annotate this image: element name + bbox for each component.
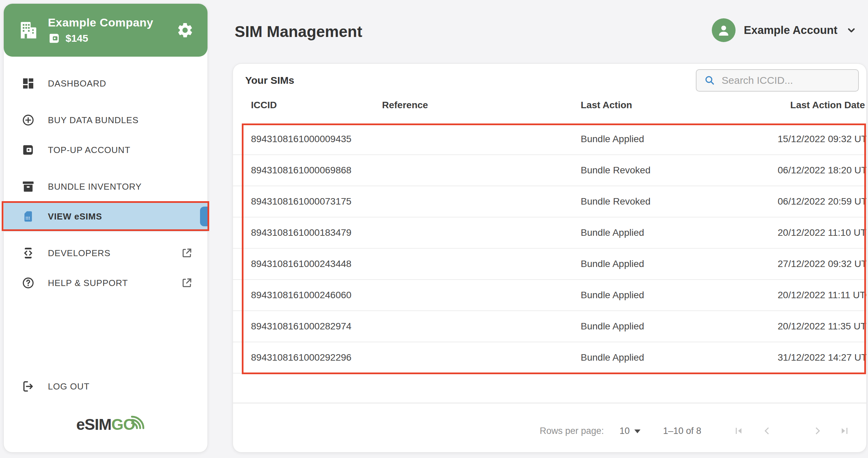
cell-last-action-date: 06/12/2022 18:20 UTC: [778, 165, 867, 176]
rows-per-page-label: Rows per page:: [540, 426, 604, 436]
cell-last-action-date: 20/12/2022 11:11 UTC: [778, 290, 867, 301]
cell-iccid: 8943108161000292296: [251, 352, 382, 363]
sidebar-item-buy-data-bundles[interactable]: BUY DATA BUNDLES: [4, 105, 207, 135]
table-row[interactable]: 8943108161000069868 Bundle Revoked 06/12…: [233, 155, 866, 186]
logo-text-esim: eSIM: [76, 416, 111, 433]
cell-last-action-date: 20/12/2022 11:10 UTC: [778, 227, 867, 238]
sidebar-item-label: DEVELOPERS: [48, 248, 110, 259]
external-link-icon: [180, 247, 193, 260]
cell-last-action: Bundle Applied: [581, 259, 778, 269]
sidebar-item-label: HELP & SUPPORT: [48, 278, 128, 288]
rows-per-page-select[interactable]: 10: [619, 426, 640, 436]
next-page-button[interactable]: [811, 425, 824, 437]
external-link-icon: [180, 276, 193, 289]
cell-iccid: 8943108161000073175: [251, 196, 382, 207]
pagination-range: 1–10 of 8: [663, 426, 701, 436]
cell-last-action-date: 15/12/2022 09:32 UTC: [778, 134, 867, 145]
last-page-button[interactable]: [838, 425, 851, 437]
cell-last-action: Bundle Revoked: [581, 165, 778, 176]
search-input[interactable]: [722, 75, 853, 86]
sims-card: Your SIMs ICCID Reference Last Action La…: [233, 63, 867, 453]
sidebar-item-label: LOG OUT: [48, 381, 90, 392]
sidebar-item-label: BUNDLE INVENTORY: [48, 182, 142, 192]
logo-signal-arcs-icon: [130, 408, 146, 430]
cell-last-action-date: 31/12/2022 14:27 UTC: [778, 352, 867, 363]
chevron-down-icon: [846, 24, 857, 36]
cell-last-action: Bundle Applied: [581, 134, 778, 145]
account-balance: $145: [66, 33, 88, 44]
prev-page-button[interactable]: [761, 425, 773, 437]
avatar: [712, 18, 736, 42]
column-header-iccid: ICCID: [251, 100, 382, 111]
sim-card-icon: [21, 210, 35, 223]
logout-icon: [21, 380, 35, 393]
sidebar-item-view-esims[interactable]: VIEW eSIMS: [4, 202, 207, 231]
sidebar-item-label: BUY DATA BUNDLES: [48, 115, 139, 126]
cell-last-action: Bundle Applied: [581, 352, 778, 363]
sidebar-item-label: DASHBOARD: [48, 78, 106, 89]
table-row[interactable]: 8943108161000282974 Bundle Applied 20/12…: [233, 311, 866, 342]
table-body: 8943108161000009435 Bundle Applied 15/12…: [233, 124, 866, 374]
table-row[interactable]: 8943108161000073175 Bundle Revoked 06/12…: [233, 186, 866, 217]
card-header: Your SIMs: [233, 64, 866, 93]
table-row[interactable]: 8943108161000009435 Bundle Applied 15/12…: [233, 124, 866, 155]
sidebar: Example Company $145: [3, 3, 208, 453]
caret-down-icon: [634, 430, 640, 433]
plus-circle-icon: [21, 113, 35, 127]
cell-last-action: Bundle Applied: [581, 321, 778, 332]
sidebar-item-dashboard[interactable]: DASHBOARD: [4, 69, 207, 98]
cell-last-action-date: 06/12/2022 20:59 UTC: [778, 196, 867, 207]
table-row[interactable]: 8943108161000183479 Bundle Applied 20/12…: [233, 217, 866, 249]
inventory-box-icon: [21, 180, 35, 193]
pagination: Rows per page: 10 1–10 of 8: [233, 403, 866, 451]
cell-last-action-date: 20/12/2022 11:35 UTC: [778, 321, 867, 332]
sidebar-item-developers[interactable]: DEVELOPERS: [4, 238, 207, 268]
sidebar-spacer: [4, 298, 207, 371]
table-row[interactable]: 8943108161000292296 Bundle Applied 31/12…: [233, 342, 866, 374]
column-header-last-action: Last Action: [581, 100, 778, 111]
sidebar-item-top-up-account[interactable]: TOP-UP ACCOUNT: [4, 135, 207, 165]
card-icon: [21, 143, 35, 157]
logo-row: eSIMGO: [4, 401, 207, 452]
cell-iccid: 8943108161000069868: [251, 165, 382, 176]
cell-iccid: 8943108161000282974: [251, 321, 382, 332]
page-title: SIM Management: [235, 22, 362, 41]
column-header-reference: Reference: [382, 100, 581, 111]
sidebar-item-logout[interactable]: LOG OUT: [4, 371, 207, 401]
active-item-indicator: [200, 207, 207, 226]
table-header: ICCID Reference Last Action Last Action …: [233, 95, 866, 115]
table-row[interactable]: 8943108161000243448 Bundle Applied 27/12…: [233, 249, 866, 280]
account-menu[interactable]: Example Account: [712, 18, 857, 42]
sidebar-item-bundle-inventory[interactable]: BUNDLE INVENTORY: [4, 172, 207, 202]
cell-iccid: 8943108161000183479: [251, 227, 382, 238]
search-box[interactable]: [696, 69, 859, 92]
cell-last-action-date: 27/12/2022 09:32 UTC: [778, 259, 867, 269]
help-circle-icon: [21, 276, 35, 290]
code-device-icon: [21, 246, 35, 260]
card-title: Your SIMs: [245, 75, 294, 86]
sidebar-item-label: VIEW eSIMS: [48, 211, 102, 222]
building-icon: [18, 20, 39, 41]
cell-last-action: Bundle Applied: [581, 227, 778, 238]
company-name: Example Company: [48, 16, 153, 29]
dashboard-icon: [21, 77, 35, 90]
column-header-last-action-date: Last Action Date: [778, 100, 865, 111]
cell-iccid: 8943108161000243448: [251, 259, 382, 269]
cell-iccid: 8943108161000246060: [251, 290, 382, 301]
empty-row: [233, 374, 866, 403]
settings-gear-button[interactable]: [176, 21, 194, 39]
rows-per-page-value: 10: [619, 426, 630, 436]
wallet-icon: [48, 32, 61, 45]
cell-last-action: Bundle Revoked: [581, 196, 778, 207]
account-label: Example Account: [744, 24, 837, 37]
search-icon: [704, 75, 716, 86]
first-page-button[interactable]: [733, 425, 745, 437]
table-row[interactable]: 8943108161000246060 Bundle Applied 20/12…: [233, 280, 866, 311]
company-card: Example Company $145: [4, 4, 207, 57]
cell-iccid: 8943108161000009435: [251, 134, 382, 145]
esimgo-logo: eSIMGO: [76, 415, 135, 434]
sidebar-item-label: TOP-UP ACCOUNT: [48, 145, 130, 155]
cell-last-action: Bundle Applied: [581, 290, 778, 301]
sidebar-item-help-support[interactable]: HELP & SUPPORT: [4, 268, 207, 298]
sidebar-nav: DASHBOARD BUY DATA BUNDLES TOP-UP ACCOUN…: [4, 57, 207, 298]
